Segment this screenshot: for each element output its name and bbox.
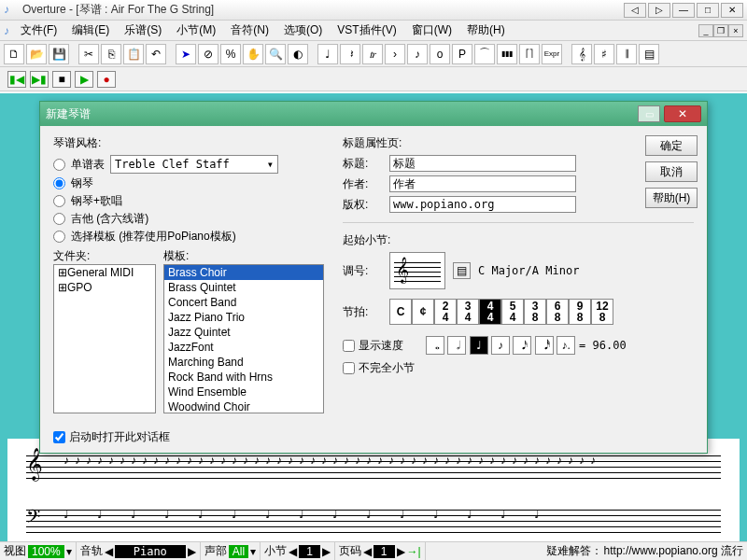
zoom-down-icon[interactable]: ▾ xyxy=(66,545,72,558)
tempo-note-dot[interactable]: ♪. xyxy=(557,336,575,355)
radio-guitar[interactable] xyxy=(53,213,65,225)
play-from-button[interactable]: ▶▮ xyxy=(30,71,49,88)
voice-down-icon[interactable]: ▾ xyxy=(250,545,256,558)
slur-tool[interactable]: ⌒ xyxy=(474,44,495,64)
pointer-tool[interactable]: ➤ xyxy=(176,44,196,64)
dynamic-tool[interactable]: ♪ xyxy=(407,44,428,64)
folders-listbox[interactable]: ⊞General MIDI ⊞GPO xyxy=(53,264,156,413)
ts-3-4[interactable]: 34 xyxy=(457,299,479,325)
tempo-note-32nd[interactable]: 𝅘𝅥𝅰 xyxy=(535,336,554,355)
ts-9-8[interactable]: 98 xyxy=(569,299,591,325)
measure-prev-icon[interactable]: ◀ xyxy=(289,545,297,558)
stop-button[interactable]: ■ xyxy=(52,71,71,88)
templates-listbox[interactable]: Brass Choir Brass Quintet Concert Band J… xyxy=(163,264,324,413)
barline-tool[interactable]: 𝄂 xyxy=(616,44,637,64)
folder-item[interactable]: ⊞GPO xyxy=(54,280,155,295)
template-item[interactable]: Wind Ensemble xyxy=(164,385,323,399)
folder-item[interactable]: ⊞General MIDI xyxy=(54,265,155,280)
copyright-input[interactable] xyxy=(389,196,576,213)
menu-help[interactable]: 帮助(H) xyxy=(459,21,513,40)
measure-value[interactable]: 1 xyxy=(299,545,320,558)
undo-button[interactable]: ↶ xyxy=(146,44,166,64)
menu-vst[interactable]: VST插件(V) xyxy=(330,21,403,40)
author-input[interactable] xyxy=(389,175,576,192)
key-tool[interactable]: ♯ xyxy=(594,44,614,64)
ts-3-8[interactable]: 38 xyxy=(524,299,546,325)
template-item[interactable]: JazzFont xyxy=(164,340,323,355)
menu-measure[interactable]: 小节(M) xyxy=(169,21,223,40)
tempo-note-quarter[interactable]: ♩ xyxy=(470,336,488,355)
nav-fwd-button[interactable]: ▷ xyxy=(648,3,670,18)
menu-options[interactable]: 选项(O) xyxy=(276,21,330,40)
ok-button[interactable]: 确定 xyxy=(645,135,698,156)
tempo-checkbox[interactable] xyxy=(343,340,355,352)
template-item[interactable]: Woodwind Choir xyxy=(164,399,323,413)
track-prev-icon[interactable]: ◀ xyxy=(105,545,113,558)
accent-tool[interactable]: › xyxy=(385,44,405,64)
expr-tool[interactable]: Expr xyxy=(542,44,562,64)
template-item[interactable]: Jazz Quintet xyxy=(164,325,323,340)
page-next-icon[interactable]: ▶ xyxy=(397,545,405,558)
mdi-restore[interactable]: ❐ xyxy=(713,24,728,37)
template-item[interactable]: Brass Quintet xyxy=(164,280,323,295)
dialog-minimize[interactable]: ▭ xyxy=(638,105,660,122)
zoom-tool[interactable]: 🔍 xyxy=(265,44,286,64)
menu-edit[interactable]: 编辑(E) xyxy=(64,21,117,40)
voice-value[interactable]: All xyxy=(229,545,248,558)
ts-12-8[interactable]: 128 xyxy=(591,299,613,325)
tremolo-tool[interactable]: ▮▮▮ xyxy=(497,44,517,64)
zoom-value[interactable]: 100% xyxy=(28,545,64,558)
help-button[interactable]: 帮助(H) xyxy=(645,188,698,208)
p-tool[interactable]: P xyxy=(452,44,472,64)
mdi-close[interactable]: × xyxy=(728,24,743,37)
measure-next-icon[interactable]: ▶ xyxy=(322,545,331,558)
menu-window[interactable]: 窗口(W) xyxy=(404,21,459,40)
mdi-minimize[interactable]: _ xyxy=(698,24,713,37)
copy-button[interactable]: ⎘ xyxy=(101,44,121,64)
hand-tool[interactable]: ✋ xyxy=(243,44,263,64)
template-item[interactable]: Marching Band xyxy=(164,355,323,370)
template-item[interactable]: Jazz Piano Trio xyxy=(164,310,323,325)
ts-common[interactable]: C xyxy=(389,299,412,325)
minimize-button[interactable]: — xyxy=(672,3,695,18)
page-value[interactable]: 1 xyxy=(374,545,395,558)
page-prev-icon[interactable]: ◀ xyxy=(363,545,372,558)
maximize-button[interactable]: □ xyxy=(697,3,719,18)
menu-score[interactable]: 乐谱(S) xyxy=(117,21,169,40)
template-item[interactable]: Concert Band xyxy=(164,295,323,310)
keysig-stepper[interactable]: ▤ xyxy=(453,262,471,279)
template-item[interactable]: Brass Choir xyxy=(164,265,323,280)
nav-back-button[interactable]: ◁ xyxy=(624,3,646,18)
cut-button[interactable]: ✂ xyxy=(78,44,99,64)
menu-note[interactable]: 音符(N) xyxy=(223,21,276,40)
page-end-icon[interactable]: →| xyxy=(407,545,421,558)
ts-2-4[interactable]: 24 xyxy=(434,299,457,325)
rest-tool[interactable]: 𝄽 xyxy=(340,44,360,64)
tempo-note-whole[interactable]: 𝅝 xyxy=(426,336,444,355)
o-tool[interactable]: o xyxy=(430,44,450,64)
radio-template[interactable] xyxy=(53,231,65,243)
clef-combo[interactable]: Treble Clef Staff xyxy=(110,155,278,174)
ornament-tool[interactable]: 𝆖 xyxy=(362,44,383,64)
chord-tool[interactable]: ▤ xyxy=(639,44,659,64)
save-button[interactable]: 💾 xyxy=(49,44,69,64)
note-tool[interactable]: ♩ xyxy=(317,44,338,64)
close-button[interactable]: ✕ xyxy=(721,3,743,18)
dialog-close[interactable]: ✕ xyxy=(664,105,701,122)
radio-single[interactable] xyxy=(53,159,65,171)
ts-5-4[interactable]: 54 xyxy=(501,299,524,325)
play-button[interactable]: ▶ xyxy=(75,71,93,88)
menu-file[interactable]: 文件(F) xyxy=(13,21,64,40)
rewind-button[interactable]: ▮◀ xyxy=(7,71,26,88)
title-input[interactable] xyxy=(389,155,576,172)
faq-link[interactable]: http://www.popiano.org 流行 xyxy=(604,543,743,559)
radio-piano-vocal[interactable] xyxy=(53,195,65,207)
ts-4-4[interactable]: 44 xyxy=(479,299,501,325)
treble-clef-tool[interactable]: 𝄞 xyxy=(571,44,592,64)
cancel-button[interactable]: 取消 xyxy=(645,161,698,182)
percent-tool[interactable]: % xyxy=(220,44,241,64)
record-button[interactable]: ● xyxy=(97,71,116,88)
tempo-note-eighth[interactable]: ♪ xyxy=(491,336,510,355)
ts-6-8[interactable]: 68 xyxy=(546,299,569,325)
color-tool[interactable]: ◐ xyxy=(288,44,308,64)
